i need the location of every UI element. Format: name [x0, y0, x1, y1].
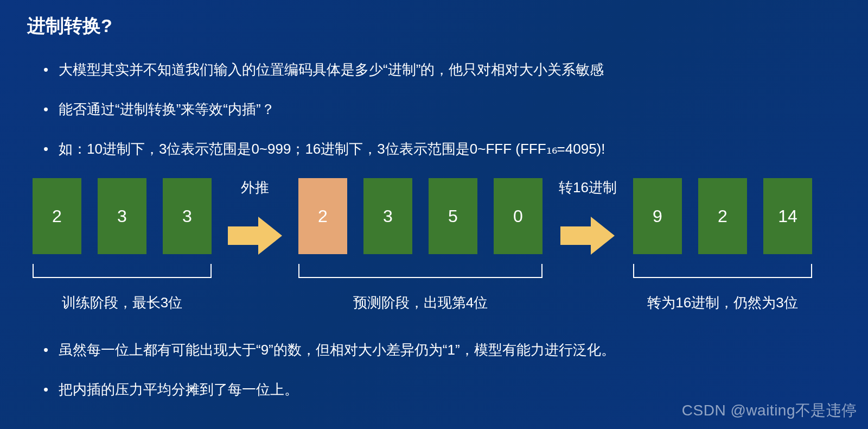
digit-box: 3: [98, 178, 146, 254]
bracket: [33, 264, 212, 278]
arrow-label: 外推: [241, 178, 269, 197]
group-base16: 9 2 14 转为16进制，仍然为3位: [633, 178, 812, 312]
digit-box: 2: [698, 178, 747, 254]
group-predict: 2 3 5 0 预测阶段，出现第4位: [298, 178, 542, 312]
digit-box-highlight: 2: [298, 178, 347, 254]
arrow-extrapolate: 外推: [228, 178, 282, 255]
group-caption: 预测阶段，出现第4位: [353, 293, 488, 312]
bullet-item: 虽然每一位上都有可能出现大于“9”的数，但相对大小差异仍为“1”，模型有能力进行…: [43, 339, 841, 361]
slide-title: 进制转换?: [27, 14, 841, 39]
mouse-cursor-icon: ↖: [651, 296, 658, 306]
bottom-bullet-list: 虽然每一位上都有可能出现大于“9”的数，但相对大小差异仍为“1”，模型有能力进行…: [43, 339, 841, 400]
digit-box: 5: [429, 178, 477, 254]
bullet-item: 如：10进制下，3位表示范围是0~999；16进制下，3位表示范围是0~FFF …: [43, 138, 841, 160]
digit-box: 9: [633, 178, 682, 254]
bullet-item: 把内插的压力平均分摊到了每一位上。: [43, 379, 841, 400]
arrow-to-base16: 转16进制: [559, 178, 617, 255]
watermark-text: CSDN @waiting不是违停: [682, 400, 857, 421]
digit-box: 3: [163, 178, 212, 254]
group-caption: 转为16进制，仍然为3位: [647, 293, 797, 312]
arrow-icon: [560, 217, 615, 255]
digit-box: 3: [363, 178, 412, 254]
bullet-item: 大模型其实并不知道我们输入的位置编码具体是多少“进制”的，他只对相对大小关系敏感: [43, 59, 841, 80]
bracket: [633, 264, 812, 278]
digit-box: 2: [33, 178, 81, 254]
arrow-label: 转16进制: [559, 178, 617, 197]
digit-box: 0: [494, 178, 542, 254]
conversion-diagram: 2 3 3 训练阶段，最长3位 外推 2 3 5 0 预测阶段，出现第4位 转1…: [33, 178, 841, 312]
group-caption: 训练阶段，最长3位: [62, 293, 182, 312]
top-bullet-list: 大模型其实并不知道我们输入的位置编码具体是多少“进制”的，他只对相对大小关系敏感…: [43, 59, 841, 160]
digit-box: 14: [763, 178, 812, 254]
arrow-icon: [228, 217, 282, 255]
bracket: [298, 264, 542, 278]
bullet-item: 能否通过“进制转换”来等效“内插”？: [43, 99, 841, 120]
group-training: 2 3 3 训练阶段，最长3位: [33, 178, 212, 312]
